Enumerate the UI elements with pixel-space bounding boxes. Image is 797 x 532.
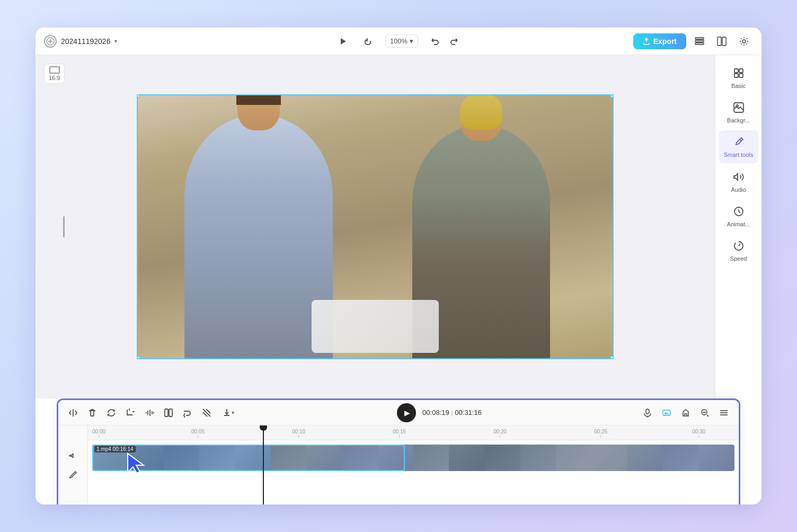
thumb-9 [378, 445, 413, 471]
video-placeholder [138, 95, 613, 358]
download-btn[interactable]: ▾ [217, 404, 240, 421]
settings-btn[interactable] [735, 32, 753, 50]
layout-columns-btn[interactable] [713, 32, 731, 50]
aspect-ratio-icon [49, 66, 60, 74]
thumb-12 [485, 445, 520, 471]
panel-item-basic[interactable]: Basic [719, 61, 758, 94]
layout-list-btn[interactable] [690, 32, 709, 50]
panels-btn[interactable] [160, 404, 177, 421]
play-mode-btn[interactable] [334, 33, 351, 50]
play-icon: ▶ [403, 409, 410, 417]
thumb-14 [556, 445, 591, 471]
video-track[interactable]: 1.mp4 00:16:14 [92, 445, 734, 471]
track-edit-btn[interactable] [66, 467, 81, 482]
thumb-11 [449, 445, 484, 471]
svg-rect-6 [722, 37, 726, 46]
thumb-13 [520, 445, 556, 471]
svg-rect-16 [739, 74, 743, 77]
svg-rect-4 [695, 43, 704, 45]
thumb-4 [199, 445, 235, 471]
video-frame[interactable]: ··· [137, 94, 614, 359]
play-button[interactable]: ▶ [397, 403, 416, 422]
ruler-mark-6: 00:30 [692, 429, 705, 438]
project-dropdown-icon[interactable]: ▾ [114, 38, 117, 44]
subtitle-btn[interactable] [677, 404, 694, 421]
trim-btn[interactable] [198, 404, 215, 421]
panel-item-audio[interactable]: Audio [719, 165, 758, 198]
track-container: 1.mp4 00:16:14 [88, 440, 739, 504]
audio-wave-btn[interactable] [141, 404, 158, 421]
speed-label: Speed [730, 255, 747, 262]
timeline-ruler: 00:00 00:05 00:10 00:15 [88, 425, 739, 440]
animate-label: Animat... [727, 221, 750, 228]
ruler-mark-1: 00:05 [191, 429, 205, 438]
fit-timeline-btn[interactable] [715, 404, 732, 421]
panel-item-animate[interactable]: Animat... [719, 200, 758, 232]
left-edge-marker [63, 216, 65, 237]
top-bar-center: 100% ▾ [334, 33, 463, 50]
thumb-16 [627, 445, 663, 471]
zoom-selector[interactable]: 100% ▾ [385, 34, 418, 48]
svg-rect-21 [169, 409, 172, 416]
timeline-crop-btn[interactable] [122, 404, 139, 421]
app-container: 202411192026 ▾ 100% ▾ [36, 28, 761, 504]
wrap-btn[interactable] [179, 404, 196, 421]
ruler-mark-5: 00:25 [594, 429, 607, 438]
playhead[interactable] [263, 425, 264, 504]
current-time: 00:08:19 | 00:31:16 [422, 409, 482, 416]
smart-tools-icon [731, 135, 746, 149]
zoom-value: 100% [390, 37, 408, 45]
svg-rect-3 [695, 40, 704, 42]
smart-tools-label: Smart tools [724, 152, 754, 158]
right-panel: Basic Backgr... Smart tools [715, 55, 761, 398]
top-bar-left: 202411192026 ▾ [44, 35, 328, 48]
delete-btn[interactable] [84, 404, 101, 421]
main-area: 16:9 [36, 55, 761, 398]
project-icon [44, 35, 57, 48]
split-btn[interactable] [65, 404, 82, 421]
project-name[interactable]: 202411192026 [61, 37, 110, 46]
top-bar: 202411192026 ▾ 100% ▾ [36, 28, 761, 55]
undo-btn[interactable] [427, 33, 444, 50]
thumb-18 [699, 445, 734, 471]
panel-item-background[interactable]: Backgr... [719, 96, 758, 128]
ruler-mark-0: 00:00 [92, 429, 105, 438]
timeline-playback-controls: ▶ 00:08:19 | 00:31:16 [242, 403, 637, 422]
timeline-left-controls [58, 425, 88, 504]
svg-rect-2 [695, 38, 704, 39]
zoom-dropdown-icon: ▾ [410, 37, 413, 45]
mic-btn[interactable] [639, 404, 656, 421]
undo-redo [427, 33, 463, 50]
redo-btn[interactable] [446, 33, 463, 50]
background-icon [731, 100, 746, 115]
zoom-out-btn[interactable] [696, 404, 713, 421]
timeline-toolbar: ▾ ▶ 00:08:19 | 00:31:16 [58, 400, 739, 425]
svg-rect-22 [646, 409, 649, 414]
aspect-ratio-badge: 16:9 [44, 64, 65, 84]
thumb-6 [271, 445, 306, 471]
background-label: Backgr... [727, 117, 750, 124]
thumb-15 [592, 445, 627, 471]
top-bar-right: Export [469, 32, 753, 50]
speed-icon [731, 238, 746, 253]
ruler-mark-2: 00:10 [292, 429, 305, 438]
audio-icon [731, 170, 746, 184]
hand-tool-btn[interactable] [360, 33, 377, 50]
caption-btn[interactable] [658, 404, 675, 421]
svg-point-7 [742, 40, 746, 43]
loop-btn[interactable] [103, 404, 120, 421]
ruler-mark-3: 00:15 [393, 429, 406, 438]
audio-label: Audio [731, 187, 746, 193]
panel-item-smart-tools[interactable]: Smart tools [719, 130, 758, 163]
basic-label: Basic [731, 83, 746, 90]
svg-marker-25 [128, 454, 144, 473]
thumb-10 [413, 445, 449, 471]
thumb-17 [663, 445, 698, 471]
panel-item-speed[interactable]: Speed [719, 234, 758, 267]
thumb-3 [164, 445, 199, 471]
export-button[interactable]: Export [633, 33, 686, 49]
animate-icon [731, 204, 746, 219]
timeline-area: ▾ ▶ 00:08:19 | 00:31:16 [57, 398, 740, 504]
basic-icon [731, 66, 746, 81]
track-volume-btn[interactable] [66, 448, 81, 463]
